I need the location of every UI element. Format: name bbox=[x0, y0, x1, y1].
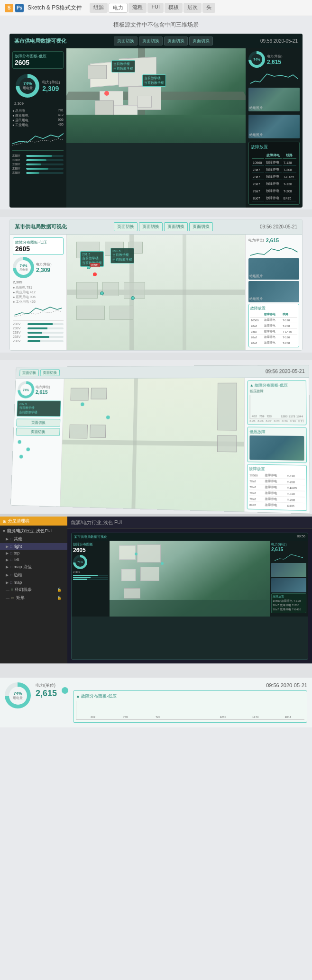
stat-label-fault: 故障分布图板-低压 bbox=[15, 54, 61, 59]
power-val-2: 2,309 bbox=[12, 101, 64, 106]
donut-percent: 74% bbox=[23, 81, 32, 86]
tab-fui[interactable]: FUI bbox=[147, 3, 164, 13]
dash-buttons-2[interactable]: 页面切换 页面切换 页面切换 页面切换 bbox=[114, 222, 213, 231]
voltage-row-3: 238V bbox=[12, 163, 64, 166]
map-pin-4 bbox=[131, 296, 135, 300]
fault-table-2-inner: 故障停电 线路 10560 故障停电 T-138 78a7 故障停电 bbox=[250, 312, 297, 345]
info-popup-2: 当前教学楼当前数教学楼 bbox=[142, 74, 166, 87]
dash-btn-2[interactable]: 页面切换 bbox=[139, 36, 163, 45]
right-metric: 74% 电力(单位) 2,615 bbox=[248, 51, 300, 68]
persp-right: ▲ 故障分布面板-低压 低压故障 402 759 bbox=[244, 378, 310, 513]
toolbar-title: Sketch & PS格式文件 bbox=[28, 4, 82, 12]
tiny-stats: ● 总用电781 ● 商业用电412 ● 居民用电906 ● 工业用电465 bbox=[12, 108, 64, 128]
voltage-row-4: 238V bbox=[12, 167, 64, 170]
left-btn-2[interactable]: 页面切换 bbox=[16, 428, 60, 436]
dash-btn-2-3[interactable]: 页面切换 bbox=[164, 222, 188, 231]
tab-moban[interactable]: 模板 bbox=[165, 3, 183, 13]
voltage-row-5: 238V bbox=[12, 171, 64, 174]
left-btn-1[interactable]: 页面切换 bbox=[16, 418, 60, 426]
tree-item-right[interactable]: ▶ □ right bbox=[0, 543, 67, 550]
sketch-icon: S bbox=[5, 4, 13, 12]
power-val-1: 2,309 bbox=[42, 85, 60, 92]
donut-sub: 用电量 bbox=[23, 86, 33, 91]
perspective-card: 页面切换 页面切换 09:56 2020-05-21 74% bbox=[10, 365, 310, 514]
right-donut: 74% bbox=[248, 51, 265, 68]
right2-metric: 电力(单位) 2,615 bbox=[248, 237, 299, 243]
table-row: 78a7 故障停电 T-130 bbox=[252, 181, 296, 187]
persp-left: 74% 电力(单位) 2,615 207.5当前教学楼当前数教学楼 页面切换 bbox=[11, 379, 64, 506]
photo-thumb-1: 站场照片 bbox=[248, 88, 300, 111]
persp-fault-table: 故障放置 10560 故障停电 T-130 78a7 故障停电 bbox=[247, 464, 307, 511]
dash-left2-panel: 故障分布图板-低压 2605 74% 用电量 电力(单位) 2,309 2,30… bbox=[10, 235, 67, 350]
separator-1 bbox=[0, 209, 312, 217]
tree-item-left[interactable]: ▶ □ left bbox=[0, 556, 67, 563]
dash-header-2: 某市供电局数据可视化 页面切换 页面切换 页面切换 页面切换 09:56 202… bbox=[10, 219, 302, 235]
fault-mini-table: 故障停电 线路 10560 故障停电 T-138 78a7 故障停电 bbox=[251, 152, 297, 202]
persp-pin-3 bbox=[19, 455, 23, 459]
bottom-pin bbox=[62, 687, 68, 694]
dash-buttons[interactable]: 页面切换 页面切换 页面切换 页面切换 bbox=[114, 36, 213, 45]
mini-header: 某市供电局数据可视化 09:56 bbox=[72, 533, 308, 541]
tree-item-rect[interactable]: — ▭ 矩形 🔒 bbox=[0, 594, 67, 602]
bottom-section: 74% 用电量 电力(单位) 2,615 09:56 2020-05-21 ▲ … bbox=[0, 678, 312, 727]
tree-item-top[interactable]: ▶ □ top bbox=[0, 550, 67, 556]
table-row: 10560 故障停电 T-138 bbox=[252, 160, 296, 166]
tree-item-map[interactable]: ▶ □ map bbox=[0, 579, 67, 586]
tree-item-other[interactable]: ▶ □ 其他 bbox=[0, 535, 67, 543]
mini-right: 电力(单位) 2,615 故障放置 10560 故障停电 T-138 78a7 … bbox=[270, 541, 308, 617]
voltage-bars-2: 238V 238V 238V 238V 238V bbox=[13, 322, 64, 343]
map-pin-fault bbox=[93, 272, 97, 276]
dash-btn-1[interactable]: 页面切换 bbox=[114, 36, 138, 45]
dash-btn-3[interactable]: 页面切换 bbox=[164, 36, 188, 45]
tab-tou[interactable]: 头 bbox=[202, 3, 215, 13]
photo-thumb-2: 站场照片 bbox=[248, 115, 300, 138]
persp-time: 09:56 2020-05-21 bbox=[266, 369, 305, 374]
dash-right2-panel: 电力(单位) 2,615 站场照片 站场照片 故障放置 故障 bbox=[245, 235, 302, 350]
table-row: 78a7 故障停电 T-130 bbox=[250, 335, 297, 340]
voltage-bars: 238V 238V 238V 238V 238V bbox=[12, 154, 64, 175]
tab-cengci[interactable]: 层次 bbox=[184, 3, 202, 13]
dash-btn-2-1[interactable]: 页面切换 bbox=[114, 222, 138, 231]
persp-buttons[interactable]: 页面切换 页面切换 bbox=[19, 369, 60, 376]
toolbar-tabs[interactable]: 组源 电力 流程 FUI 模板 层次 头 bbox=[90, 3, 215, 13]
donut2-inner: 74% 用电量 bbox=[16, 260, 31, 275]
persp-btn-2[interactable]: 页面切换 bbox=[40, 369, 60, 376]
persp-btn-1[interactable]: 页面切换 bbox=[19, 370, 39, 376]
lock-icon: 🔒 bbox=[57, 588, 62, 592]
lock-icon-2: 🔒 bbox=[57, 596, 62, 600]
table-row: 8b07 故障停电 E435 bbox=[249, 502, 305, 509]
persp-center bbox=[60, 378, 244, 512]
map-area: 291.5当前教学楼当前数教学楼 291.5当前教学楼当前数教学楼 289!1 bbox=[67, 235, 245, 350]
tree-item-map-pin[interactable]: ▶ □ map-点位 bbox=[0, 563, 67, 571]
zoomed-section: 页面切换 页面切换 09:56 2020-05-21 74% bbox=[0, 360, 312, 514]
dash-btn-2-2[interactable]: 页面切换 bbox=[139, 222, 163, 231]
dash-body-2: 故障分布图板-低压 2605 74% 用电量 电力(单位) 2,309 2,30… bbox=[10, 235, 302, 350]
right2-chart bbox=[248, 245, 299, 257]
persp-donut: 74% bbox=[18, 381, 35, 398]
fault-table: 故障放置 故障停电 线路 10560 故障停电 T-138 bbox=[248, 142, 300, 205]
donut2-chart: 74% 用电量 bbox=[13, 257, 34, 278]
left2-chart bbox=[13, 306, 64, 318]
voltage-row-1: 238V bbox=[12, 154, 64, 157]
bottom-time-row: 09:56 2020-05-21 bbox=[73, 682, 307, 688]
tab-zuoyuan[interactable]: 组源 bbox=[90, 3, 108, 13]
tree-section-root[interactable]: ▼ 能源/电力行业_浅色FUI bbox=[0, 527, 67, 535]
section-label: 模板源文件中不包含中间三维场景 bbox=[0, 16, 312, 32]
mini-body: 故障分布图板 2605 74% 2,309 bbox=[72, 541, 308, 617]
tab-liucheng[interactable]: 流程 bbox=[128, 3, 147, 13]
dash-time: 09:56 2020-05-21 bbox=[260, 38, 298, 44]
table-row: 10560 故障停电 T-138 bbox=[250, 318, 297, 323]
tree-item-border[interactable]: ▶ □ 边框 bbox=[0, 571, 67, 579]
donut-inner: 74% 用电量 bbox=[19, 78, 36, 94]
filetree-section: ⊞ 分层清理稿 ▼ 能源/电力行业_浅色FUI ▶ □ 其他 ▶ □ right… bbox=[0, 517, 312, 663]
bottom-power: 电力(单位) 2,615 bbox=[36, 682, 57, 699]
dash-btn-4[interactable]: 页面切换 bbox=[189, 36, 213, 45]
dash-btn-2-4[interactable]: 页面切换 bbox=[189, 222, 213, 231]
table-row: 78a7 故障停电 T-208 bbox=[250, 323, 297, 329]
tree-item-scifi[interactable]: — ≡ 科幻线条 🔒 bbox=[0, 586, 67, 594]
right-preview-panel: 能源/电力行业_浅色 FUI 某市供电局数据可视化 09:56 故障分布图板 2… bbox=[67, 517, 312, 663]
stat-widget2-fault: 故障分布图板-低压 2605 bbox=[13, 237, 64, 255]
app-icons: S Ps bbox=[5, 4, 24, 12]
persp-chart-panel: ▲ 故障分布面板-低压 低压故障 402 759 bbox=[247, 380, 306, 425]
tab-dianli[interactable]: 电力 bbox=[109, 3, 128, 13]
